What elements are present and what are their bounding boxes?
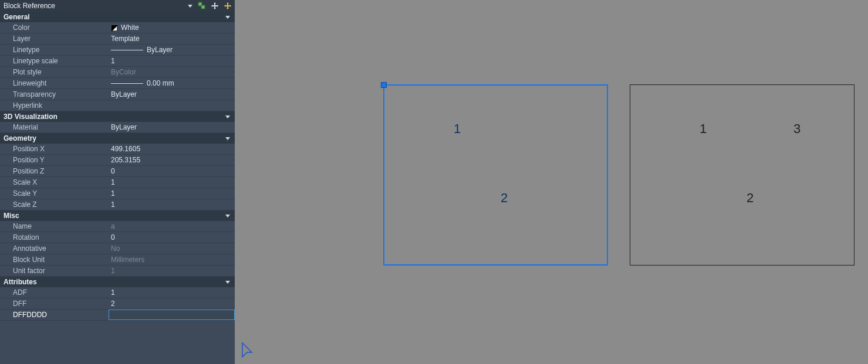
block1-attr-1: 1 [454, 121, 461, 137]
prop-name[interactable]: Name a [0, 221, 235, 232]
block1-attr-2: 2 [501, 190, 508, 206]
prop-block-unit[interactable]: Block Unit Millimeters [0, 254, 235, 266]
prop-scale-z[interactable]: Scale Z 1 [0, 199, 235, 210]
attr-dffdddd[interactable]: DFFDDDD [0, 309, 235, 321]
dropdown-icon[interactable] [188, 5, 192, 8]
attr-dffdddd-input[interactable] [109, 309, 235, 320]
section-misc[interactable]: Misc [0, 210, 235, 221]
quick-select-icon[interactable] [197, 1, 207, 11]
prop-transparency[interactable]: Transparency ByLayer [0, 89, 235, 100]
block-instance-selected[interactable] [383, 84, 608, 266]
prop-position-z[interactable]: Position Z 0 [0, 166, 235, 177]
properties-panel: Block Reference General Color White Laye… [0, 0, 235, 364]
caret-down-icon [225, 115, 230, 118]
prop-annotative[interactable]: Annotative No [0, 243, 235, 254]
attr-adf[interactable]: ADF 1 [0, 287, 235, 298]
cursor-icon [242, 342, 254, 359]
panel-title: Block Reference [4, 2, 188, 10]
prop-hyperlink[interactable]: Hyperlink [0, 100, 235, 111]
caret-down-icon [225, 215, 230, 217]
caret-down-icon [225, 281, 230, 284]
attr-dff[interactable]: DFF 2 [0, 298, 235, 309]
svg-rect-1 [201, 5, 205, 9]
prop-scale-y[interactable]: Scale Y 1 [0, 188, 235, 199]
prop-linetype[interactable]: Linetype ByLayer [0, 45, 235, 56]
prop-ltscale[interactable]: Linetype scale 1 [0, 56, 235, 67]
section-general[interactable]: General [0, 12, 235, 22]
caret-down-icon [225, 16, 230, 19]
prop-position-x[interactable]: Position X 499.1605 [0, 144, 235, 155]
prop-scale-x[interactable]: Scale X 1 [0, 177, 235, 188]
block2-attr-1: 1 [700, 121, 707, 137]
section-3d-visualization[interactable]: 3D Visualization [0, 111, 235, 122]
prop-plotstyle[interactable]: Plot style ByColor [0, 67, 235, 78]
linetype-preview-icon [111, 50, 143, 50]
block2-attr-2: 2 [747, 190, 754, 206]
prop-unit-factor[interactable]: Unit factor 1 [0, 266, 235, 277]
block2-attr-3: 3 [793, 121, 801, 137]
drawing-canvas[interactable]: 1 2 1 3 2 [235, 0, 868, 364]
prop-material[interactable]: Material ByLayer [0, 122, 235, 133]
prop-rotation[interactable]: Rotation 0 [0, 232, 235, 243]
prop-layer[interactable]: Layer Template [0, 33, 235, 45]
caret-down-icon [225, 137, 230, 140]
block-instance-2[interactable] [630, 84, 855, 266]
lineweight-preview-icon [111, 83, 143, 84]
move-icon[interactable] [210, 1, 219, 11]
prop-position-y[interactable]: Position Y 205.3155 [0, 155, 235, 166]
prop-lineweight[interactable]: Lineweight 0.00 mm [0, 78, 235, 89]
section-geometry[interactable]: Geometry [0, 133, 235, 144]
color-swatch-icon [111, 25, 117, 31]
filter-icon[interactable] [223, 1, 232, 11]
prop-color[interactable]: Color White [0, 22, 235, 33]
section-attributes[interactable]: Attributes [0, 277, 235, 287]
selection-grip[interactable] [381, 82, 387, 88]
panel-header: Block Reference [0, 0, 235, 12]
